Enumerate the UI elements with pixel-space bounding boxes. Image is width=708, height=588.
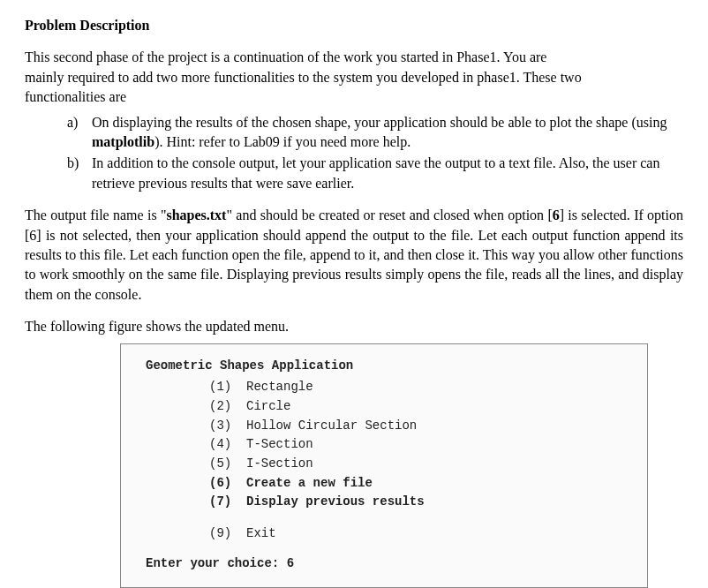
list-a-part2: ). Hint: refer to Lab09 if you need more… [154,134,410,149]
section-heading: Problem Description [25,16,683,35]
list-a-part1: On displaying the results of the chosen … [92,115,667,130]
intro-paragraph: This second phase of the project is a co… [25,48,683,107]
list-item-a: a) On displaying the results of the chos… [67,113,683,153]
menu-opt-2: (2) Circle [209,397,647,417]
file-mid1: " and should be created or reset and clo… [226,207,552,222]
menu-title: Geometric Shapes Application [146,357,647,376]
matplotlib-bold: matplotlib [92,134,154,149]
list-body-b: In addition to the console output, let y… [92,154,683,193]
intro-line-1: This second phase of the project is a co… [25,49,546,64]
file-pre1: The output file name is " [25,207,166,222]
list-item-b: b) In addition to the console output, le… [67,154,683,193]
shapes-txt-bold: shapes.txt [166,207,226,222]
menu-opt-6: (6) Create a new file [209,474,647,494]
menu-items: (1) Rectangle (2) Circle (3) Hollow Circ… [146,378,647,544]
menu-opt-9: (9) Exit [209,524,647,544]
menu-figure: Geometric Shapes Application (1) Rectang… [120,343,648,588]
menu-prompt: Enter your choice: 6 [146,554,647,574]
intro-line-2: mainly required to add two more function… [25,70,582,85]
menu-opt-3: (3) Hollow Circular Section [209,417,647,436]
functionality-list: a) On displaying the results of the chos… [25,113,683,194]
menu-opt-1: (1) Rectangle [209,378,647,397]
menu-opt-4: (4) T-Section [209,435,647,455]
list-marker-a: a) [67,113,92,153]
option-6-bold: 6 [553,207,560,222]
menu-gap [209,512,647,524]
intro-line-3: functionalities are [25,89,126,104]
list-body-a: On displaying the results of the chosen … [92,113,683,153]
list-marker-b: b) [67,154,92,193]
menu-opt-7: (7) Display previous results [209,493,647,512]
menu-opt-5: (5) I-Section [209,455,647,474]
file-paragraph: The output file name is "shapes.txt" and… [25,206,683,305]
figure-intro: The following figure shows the updated m… [25,317,683,336]
